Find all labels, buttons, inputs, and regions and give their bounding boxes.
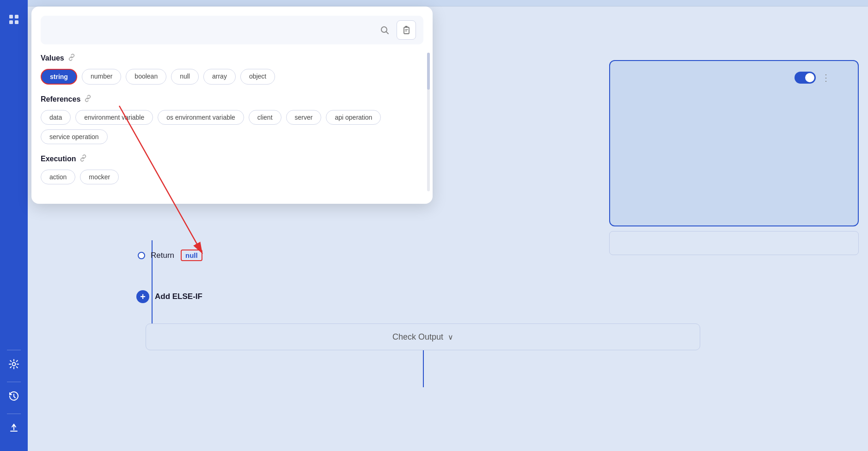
sidebar: [0, 0, 28, 451]
sidebar-icon-export[interactable]: [4, 418, 24, 438]
references-pills: data environment variable os environment…: [41, 110, 422, 144]
search-input[interactable]: [48, 26, 373, 34]
add-else-if-node: + Add ELSE-IF: [136, 290, 202, 303]
search-icon[interactable]: [376, 22, 393, 38]
references-link-icon: [84, 95, 92, 104]
pill-service-operation[interactable]: service operation: [41, 129, 108, 144]
pill-mocker[interactable]: mocker: [80, 170, 119, 184]
execution-pills: action mocker: [41, 170, 422, 184]
pill-null[interactable]: null: [171, 69, 199, 85]
null-value-badge[interactable]: null: [181, 250, 202, 261]
three-dots-menu[interactable]: ⋮: [821, 72, 831, 83]
values-section-heading: Values: [41, 54, 422, 62]
search-bar: [41, 16, 423, 44]
pill-os-env-var[interactable]: os environment variable: [158, 110, 244, 125]
pill-object[interactable]: object: [240, 69, 275, 85]
panel-scrollbar[interactable]: [427, 53, 430, 191]
execution-link-icon: [79, 154, 87, 163]
add-else-if-button[interactable]: +: [136, 290, 149, 303]
clipboard-button[interactable]: [397, 20, 416, 40]
bottom-right-card: [609, 231, 859, 255]
sidebar-icon-grid[interactable]: [4, 9, 24, 30]
svg-rect-1: [15, 15, 18, 18]
return-label: Return: [151, 251, 174, 260]
pill-client[interactable]: client: [249, 110, 281, 125]
pill-string[interactable]: string: [41, 69, 77, 85]
values-link-icon: [68, 54, 75, 62]
pill-api-operation[interactable]: api operation: [326, 110, 381, 125]
sidebar-divider-bot: [7, 414, 21, 414]
pill-number[interactable]: number: [82, 69, 121, 85]
flow-bottom-line: [423, 350, 424, 387]
sidebar-icon-settings[interactable]: [4, 354, 24, 374]
sidebar-icon-history[interactable]: [4, 386, 24, 406]
panel-scrollbar-thumb: [427, 53, 430, 90]
execution-label: Execution: [41, 155, 76, 163]
chevron-down-icon: ∨: [448, 333, 453, 341]
panel-scroll-area[interactable]: Values string number boolean null: [41, 54, 423, 195]
pill-array[interactable]: array: [203, 69, 236, 85]
top-right-area: ⋮: [795, 72, 831, 84]
top-bar: [28, 0, 868, 6]
add-else-if-label: Add ELSE-IF: [155, 292, 202, 301]
execution-section-heading: Execution: [41, 154, 422, 163]
svg-rect-2: [9, 20, 13, 24]
sidebar-divider-top: [7, 350, 21, 350]
svg-point-4: [12, 363, 16, 366]
return-circle: [138, 252, 145, 259]
toggle-switch[interactable]: [795, 72, 816, 84]
pill-env-var[interactable]: environment variable: [75, 110, 153, 125]
popup-panel: Values string number boolean null: [31, 6, 433, 204]
references-label: References: [41, 95, 80, 104]
svg-rect-6: [404, 27, 409, 34]
svg-rect-3: [15, 20, 18, 24]
values-pills: string number boolean null array object: [41, 69, 422, 85]
return-node: Return null: [138, 250, 202, 261]
right-panel-card: [609, 60, 859, 226]
pill-server[interactable]: server: [286, 110, 322, 125]
svg-point-5: [381, 27, 387, 32]
values-label: Values: [41, 54, 64, 62]
sidebar-divider-mid: [7, 382, 21, 382]
check-output-button[interactable]: Check Output ∨: [146, 323, 700, 350]
check-output-label: Check Output: [392, 332, 443, 342]
svg-rect-0: [9, 15, 13, 18]
pill-data[interactable]: data: [41, 110, 71, 125]
pill-action[interactable]: action: [41, 170, 75, 184]
references-section-heading: References: [41, 95, 422, 104]
pill-boolean[interactable]: boolean: [126, 69, 166, 85]
